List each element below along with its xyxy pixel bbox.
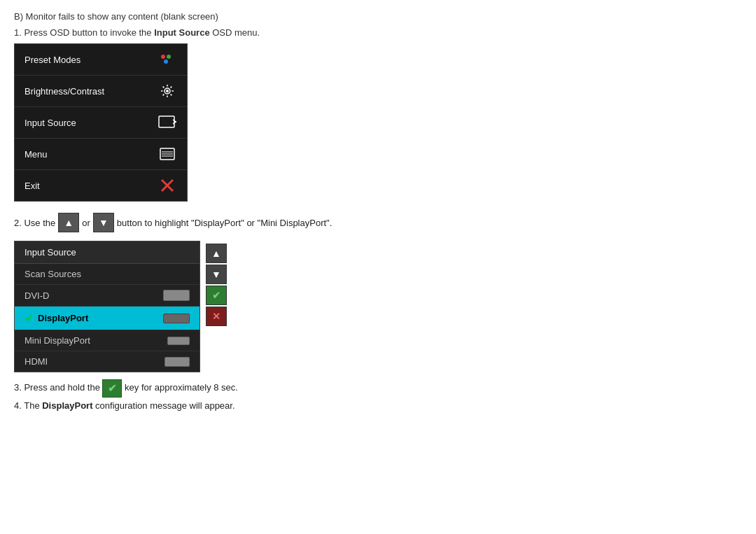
down-button[interactable]: ▼ [93, 213, 114, 232]
input-source-row-dvi[interactable]: DVI-D [15, 285, 200, 307]
input-source-row-mini-dp[interactable]: Mini DisplayPort [15, 330, 200, 351]
svg-line-11 [163, 94, 164, 96]
osd-label-brightness: Brightness/Contrast [24, 86, 104, 97]
step3-pre: 3. Press and hold the [14, 382, 102, 393]
displayport-check-icon: ✔ [24, 311, 34, 325]
step2-row: 2. Use the ▲ or ▼ button to highlight "D… [14, 213, 742, 232]
hdmi-connector-icon [164, 357, 190, 367]
svg-line-10 [171, 87, 172, 88]
input-source-container: Input Source Scan Sources DVI-D ✔ Displa… [14, 241, 742, 372]
sun-icon [158, 81, 177, 101]
svg-point-0 [161, 55, 165, 59]
svg-point-1 [167, 55, 171, 59]
svg-point-12 [166, 90, 169, 92]
side-down-button[interactable]: ▼ [206, 265, 227, 284]
step2-or-text: or [82, 218, 90, 228]
mini-dp-connector-icon [167, 337, 190, 345]
exit-x-icon [158, 176, 177, 195]
step4-post: configuration message will appear. [92, 400, 234, 411]
osd-label-preset: Preset Modes [24, 55, 80, 65]
svg-point-2 [164, 59, 168, 64]
bottom-steps: 3. Press and hold the ✔ key for approxim… [14, 379, 742, 411]
menu-icon [158, 144, 177, 164]
input-source-header-label: Input Source [24, 247, 76, 258]
step1-bold: Input Source [154, 27, 209, 38]
up-button[interactable]: ▲ [58, 213, 79, 232]
mini-dp-label: Mini DisplayPort [24, 335, 90, 346]
input-source-panel: Input Source Scan Sources DVI-D ✔ Displa… [14, 241, 200, 372]
side-check-button[interactable]: ✔ [206, 286, 227, 305]
step1-text: 1. Press OSD button to invoke the Input … [14, 27, 742, 38]
side-nav: ▲ ▼ ✔ ✕ [206, 244, 227, 326]
step4-bold: DisplayPort [42, 400, 92, 411]
osd-row-input-source: Input Source [15, 107, 187, 139]
svg-line-9 [171, 94, 172, 96]
osd-row-preset: Preset Modes [15, 44, 187, 76]
checkmark-key: ✔ [102, 379, 122, 398]
step4-text: 4. The DisplayPort configuration message… [14, 400, 742, 411]
side-up-button[interactable]: ▲ [206, 244, 227, 263]
input-source-row-hdmi[interactable]: HDMI [15, 351, 200, 372]
osd-row-menu: Menu [15, 139, 187, 170]
step3-post: key for approximately 8 sec. [125, 382, 238, 393]
displayport-label: DisplayPort [38, 313, 88, 323]
input-source-row-scan[interactable]: Scan Sources [15, 264, 200, 285]
svg-rect-13 [159, 116, 174, 127]
displayport-connector-icon [163, 314, 190, 323]
scan-sources-label: Scan Sources [24, 269, 81, 279]
svg-line-8 [163, 87, 164, 88]
dvi-connector-icon [163, 290, 190, 301]
step3-text: 3. Press and hold the ✔ key for approxim… [14, 379, 742, 398]
input-source-panel-header: Input Source [15, 241, 200, 264]
osd-row-exit: Exit [15, 170, 187, 201]
dvi-label: DVI-D [24, 290, 49, 301]
input-source-row-displayport[interactable]: ✔ DisplayPort [15, 307, 200, 330]
step1-post: OSD menu. [210, 27, 260, 38]
step1-pre: 1. Press OSD button to invoke the [14, 27, 154, 38]
step2-pre-text: 2. Use the [14, 218, 55, 228]
displayport-row-content: ✔ DisplayPort [24, 311, 88, 325]
osd-label-menu: Menu [24, 149, 48, 160]
dots-icon [158, 50, 177, 69]
osd-row-brightness: Brightness/Contrast [15, 76, 187, 107]
side-x-button[interactable]: ✕ [206, 307, 227, 326]
osd-label-exit: Exit [24, 181, 40, 191]
step2-post-text: button to highlight "DisplayPort" or "Mi… [117, 218, 332, 228]
input-source-icon [158, 113, 177, 132]
hdmi-label: HDMI [24, 356, 48, 367]
step4-pre: 4. The [14, 400, 42, 411]
section-b-title: B) Monitor fails to show any content (bl… [14, 11, 742, 22]
osd-menu: Preset Modes Brightness/Contrast [14, 43, 188, 202]
osd-label-input-source: Input Source [24, 118, 76, 128]
